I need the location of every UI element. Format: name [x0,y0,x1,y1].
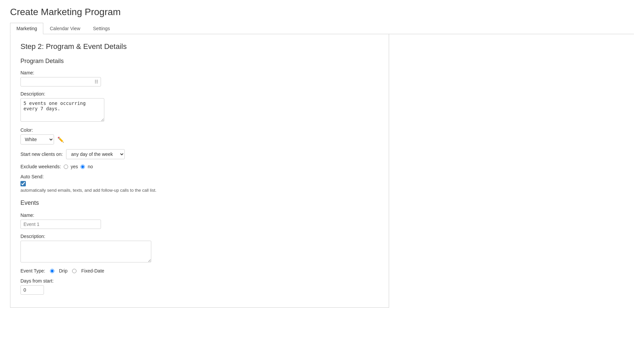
program-color-label: Color: [20,127,379,133]
program-name-input[interactable] [20,77,101,86]
event-type-drip-radio[interactable] [50,269,54,273]
event-name-input[interactable] [20,220,101,229]
tabs-container: Marketing Calendar View Settings [10,23,634,34]
step-title: Step 2: Program & Event Details [20,42,379,51]
exclude-weekends-yes-radio[interactable] [64,165,68,169]
form-container: Step 2: Program & Event Details Program … [10,34,389,308]
tab-marketing[interactable]: Marketing [10,23,43,34]
auto-send-checkbox[interactable] [20,181,26,186]
program-name-label: Name: [20,70,379,75]
days-from-start-input[interactable] [20,285,44,295]
auto-send-description: automatically send emails, texts, and ad… [20,188,379,193]
tab-settings[interactable]: Settings [87,23,116,34]
exclude-weekends-field: Exclude weekends: yes no [20,164,379,169]
program-name-input-wrapper: ☷ [20,77,101,86]
events-section-divider: Events [20,199,379,206]
event-name-field: Name: [20,213,379,229]
event-type-fixed-radio[interactable] [72,269,76,273]
pencil-icon[interactable]: ✏️ [57,136,64,143]
exclude-weekends-no-radio[interactable] [80,165,85,169]
color-row: White Red Blue Green Yellow ✏️ [20,134,379,144]
program-description-field: Description: [20,91,379,123]
exclude-weekends-no-label: no [88,164,93,169]
color-select[interactable]: White Red Blue Green Yellow [20,134,54,144]
exclude-weekends-yes-label: yes [71,164,78,169]
start-clients-label: Start new clients on: [20,152,63,157]
start-clients-select[interactable]: any day of the week Monday Tuesday Wedne… [66,149,125,159]
tab-calendar-view[interactable]: Calendar View [43,23,87,34]
program-description-label: Description: [20,91,379,97]
program-name-field: Name: ☷ [20,70,379,86]
exclude-weekends-label: Exclude weekends: [20,164,61,169]
event-type-fixed-label: Fixed-Date [81,268,104,274]
event-type-drip-label: Drip [59,268,68,274]
page-title: Create Marketing Program [10,7,634,17]
auto-send-label: Auto Send: [20,174,379,179]
days-from-start-field: Days from start: [20,278,379,295]
program-details-section-title: Program Details [20,58,379,65]
events-section-title: Events [20,199,379,206]
event-description-label: Description: [20,234,379,239]
event-description-textarea[interactable] [20,241,151,262]
auto-send-checkbox-row [20,181,379,186]
auto-send-section: Auto Send: automatically send emails, te… [20,174,379,193]
event-type-label: Event Type: [20,268,45,274]
event-description-field: Description: [20,234,379,263]
program-description-textarea[interactable] [20,98,104,122]
days-from-start-label: Days from start: [20,278,379,284]
program-color-field: Color: White Red Blue Green Yellow ✏️ [20,127,379,144]
event-name-label: Name: [20,213,379,218]
event-type-field: Event Type: Drip Fixed-Date [20,268,379,274]
start-clients-field: Start new clients on: any day of the wee… [20,149,379,159]
